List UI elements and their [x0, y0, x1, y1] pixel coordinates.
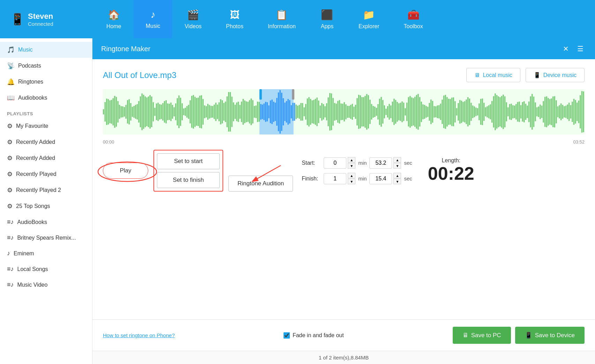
- fade-checkbox[interactable]: [284, 332, 290, 339]
- toolbox-icon: 🧰: [407, 9, 420, 21]
- device-music-button[interactable]: 📱 Device music: [526, 68, 585, 82]
- svg-rect-36: [154, 108, 155, 116]
- svg-rect-101: [259, 102, 260, 122]
- sidebar-my-favourite-label: My Favourite: [16, 123, 48, 129]
- svg-rect-201: [419, 97, 420, 127]
- svg-rect-90: [241, 102, 242, 122]
- svg-rect-288: [559, 105, 560, 118]
- finish-sec-down[interactable]: ▼: [393, 179, 401, 184]
- svg-rect-299: [577, 102, 578, 121]
- svg-rect-74: [215, 103, 216, 121]
- start-sec-up[interactable]: ▲: [393, 157, 401, 163]
- svg-rect-232: [469, 99, 470, 125]
- svg-rect-20: [129, 99, 130, 124]
- svg-rect-229: [464, 101, 465, 123]
- svg-rect-34: [151, 96, 152, 127]
- nav-apps[interactable]: ⬛ Apps: [308, 0, 346, 38]
- sidebar-item-recently-added[interactable]: ⚙ Recently Added: [0, 134, 92, 150]
- finish-min-input[interactable]: [324, 173, 346, 184]
- gear-icon-5: ⚙: [7, 186, 13, 194]
- sidebar-item-music[interactable]: 🎵 Music: [0, 42, 92, 58]
- svg-rect-300: [578, 101, 579, 123]
- nav-information[interactable]: 📋 Information: [256, 0, 308, 38]
- sidebar-item-eminem[interactable]: ♪ Eminem: [0, 246, 92, 261]
- start-sec-down[interactable]: ▼: [393, 163, 401, 169]
- svg-rect-301: [580, 95, 581, 128]
- svg-rect-132: [308, 97, 309, 126]
- ringtone-audition-button[interactable]: Ringtone Audition: [228, 176, 293, 192]
- svg-rect-297: [573, 99, 574, 125]
- svg-rect-81: [226, 96, 227, 127]
- finish-min-up[interactable]: ▲: [348, 173, 355, 178]
- svg-rect-125: [297, 106, 298, 118]
- svg-rect-234: [472, 106, 473, 118]
- nav-photos[interactable]: 🖼 Photos: [214, 0, 256, 38]
- start-sec-spinner: ▲ ▼: [393, 157, 401, 169]
- svg-rect-190: [401, 101, 402, 122]
- sidebar-item-local-songs[interactable]: ≡♪ Local Songs: [0, 261, 92, 277]
- sidebar-item-recently-played[interactable]: ⚙ Recently Played: [0, 166, 92, 182]
- sidebar-item-ringtones[interactable]: 🔔 Ringtones: [0, 74, 92, 90]
- sidebar-item-recently-added-2[interactable]: ⚙ Recently Added: [0, 150, 92, 166]
- sidebar-item-25-top-songs[interactable]: ⚙ 25 Top Songs: [0, 198, 92, 214]
- panel-close-button[interactable]: ✕: [560, 44, 572, 54]
- svg-rect-59: [191, 96, 192, 128]
- set-to-start-button[interactable]: Set to start: [157, 153, 220, 169]
- svg-rect-184: [392, 102, 393, 122]
- finish-sec-up[interactable]: ▲: [393, 173, 401, 178]
- start-time-row: Start: ▲ ▼ min: [302, 157, 412, 169]
- save-to-device-button[interactable]: 📱 Save to Device: [515, 327, 585, 344]
- sidebar-item-podcasts[interactable]: 📡 Podcasts: [0, 58, 92, 74]
- sidebar-item-recently-played-2[interactable]: ⚙ Recently Played 2: [0, 182, 92, 198]
- panel-menu-button[interactable]: ☰: [574, 44, 586, 54]
- nav-videos[interactable]: 🎬 Videos: [172, 0, 214, 38]
- ringtone-audition-label: Ringtone Audition: [238, 180, 284, 187]
- play-button[interactable]: Play: [103, 163, 148, 179]
- controls-area: Play Set to start Set to finish: [103, 150, 585, 192]
- sidebar-item-my-favourite[interactable]: ⚙ My Favourite: [0, 118, 92, 134]
- svg-rect-110: [273, 102, 274, 122]
- nav-home[interactable]: 🏠 Home: [94, 0, 134, 38]
- nav-music-label: Music: [146, 23, 160, 29]
- start-min-input[interactable]: [324, 157, 346, 169]
- waveform-container[interactable]: [103, 89, 585, 136]
- svg-rect-271: [532, 94, 533, 130]
- sidebar-item-audiobooks-pl[interactable]: ≡♪ AudioBooks: [0, 214, 92, 230]
- svg-rect-142: [324, 106, 325, 117]
- nav-toolbox[interactable]: 🧰 Toolbox: [392, 0, 435, 38]
- svg-rect-186: [395, 100, 396, 124]
- local-music-button[interactable]: 🖥 Local music: [466, 68, 520, 82]
- save-to-pc-button[interactable]: 🖥 Save to PC: [453, 327, 511, 344]
- sidebar-item-audiobooks[interactable]: 📖 Audiobooks: [0, 90, 92, 106]
- finish-sec-group: ▲ ▼: [369, 173, 401, 184]
- finish-min-group: ▲ ▼: [324, 173, 355, 184]
- svg-rect-54: [183, 108, 184, 115]
- svg-rect-238: [479, 103, 480, 120]
- how-to-link[interactable]: How to set ringtone on Phone?: [103, 332, 175, 338]
- sidebar-item-music-video[interactable]: ≡♪ Music Video: [0, 277, 92, 293]
- svg-rect-76: [218, 102, 219, 121]
- sidebar-item-britney[interactable]: ≡♪ Britney Spears Remix...: [0, 230, 92, 246]
- nav-music[interactable]: ♪ Music: [134, 0, 173, 38]
- svg-rect-85: [233, 102, 234, 121]
- svg-rect-291: [564, 106, 565, 117]
- set-to-finish-button[interactable]: Set to finish: [157, 172, 220, 188]
- start-min-up[interactable]: ▲: [348, 157, 355, 163]
- svg-rect-247: [493, 96, 494, 127]
- svg-rect-92: [244, 101, 245, 123]
- start-sec-input[interactable]: [369, 157, 392, 169]
- svg-rect-259: [512, 105, 513, 118]
- svg-rect-7: [108, 99, 109, 125]
- svg-rect-61: [194, 97, 195, 127]
- finish-min-down[interactable]: ▼: [348, 179, 355, 184]
- svg-rect-53: [182, 103, 183, 121]
- svg-rect-250: [498, 96, 499, 127]
- start-sec-unit: sec: [404, 160, 412, 166]
- svg-rect-261: [515, 104, 517, 119]
- nav-explorer[interactable]: 📁 Explorer: [346, 0, 392, 38]
- finish-sec-input[interactable]: [369, 173, 392, 184]
- svg-rect-181: [387, 106, 388, 118]
- start-min-down[interactable]: ▼: [348, 163, 355, 169]
- svg-rect-221: [451, 98, 452, 126]
- svg-rect-216: [443, 95, 444, 128]
